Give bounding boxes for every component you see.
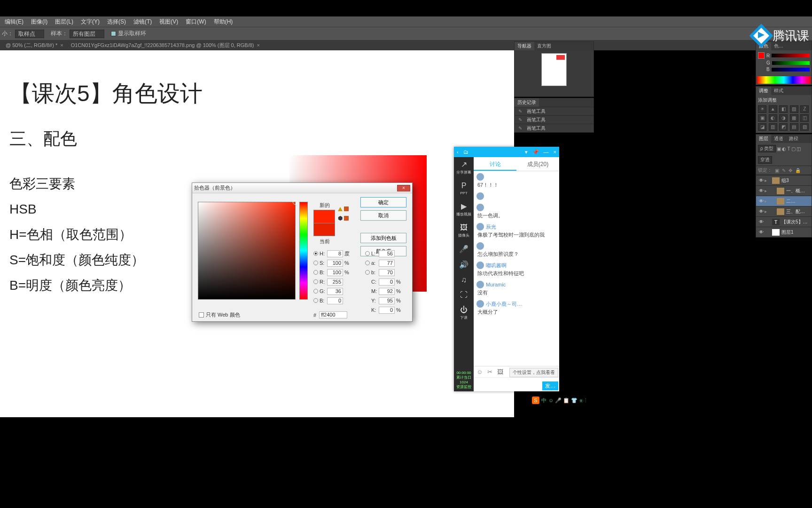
ok-button[interactable]: 确定 xyxy=(360,197,406,207)
layer-row[interactable]: 👁▸组3 xyxy=(756,175,812,185)
pin-icon[interactable]: 📌 xyxy=(532,149,539,155)
ime-lang[interactable]: 中 xyxy=(541,397,547,404)
adjust-icon[interactable]: ▣ xyxy=(758,114,766,122)
lock-trans-icon[interactable]: ▣ xyxy=(775,168,779,173)
menu-type[interactable]: 文字(Y) xyxy=(77,18,103,26)
r-radio[interactable] xyxy=(313,279,318,284)
tab-close-icon[interactable]: × xyxy=(60,42,63,48)
b3-radio[interactable] xyxy=(365,270,370,275)
hex-input[interactable]: ff2400 xyxy=(319,311,347,318)
layer-kind-dropdown[interactable]: ρ 类型 xyxy=(758,145,776,152)
visibility-icon[interactable]: 👁 xyxy=(758,178,765,183)
camera-button[interactable]: 🖼摄像头 xyxy=(458,223,469,238)
hue-slider[interactable] xyxy=(299,202,308,300)
sample-size-dropdown[interactable]: 取样点 xyxy=(15,30,44,38)
app-icon[interactable]: 🗂 xyxy=(463,149,468,155)
adjust-icon[interactable]: ▲ xyxy=(769,105,777,113)
chat-messages[interactable]: 67！！！统一色调。辰光像极了考驾校时一溜到底的我 怎么增加辨识度？嘟叽酱啊除功… xyxy=(474,171,559,366)
dialog-close-button[interactable]: × xyxy=(397,185,410,191)
discuss-tab[interactable]: 讨论 xyxy=(474,157,516,171)
scissors-icon[interactable]: ✂ xyxy=(487,368,492,375)
gamut-warning-icon[interactable] xyxy=(338,207,343,211)
saturation-value-field[interactable] xyxy=(198,202,296,300)
adjust-icon[interactable]: ◑ xyxy=(779,114,788,122)
b-radio[interactable] xyxy=(313,270,318,275)
adjust-icon[interactable]: ◫ xyxy=(800,114,809,122)
layer-row[interactable]: 👁▸一、概… xyxy=(756,185,812,196)
visibility-icon[interactable]: 👁 xyxy=(758,198,765,204)
fold-icon[interactable]: ▸ xyxy=(765,178,770,183)
k-input[interactable]: 0 xyxy=(379,307,395,314)
document-tab[interactable]: @ 50% (二, RGB/8#) *× xyxy=(2,42,67,49)
layer-row[interactable]: 👁T【课次5】… xyxy=(756,216,812,227)
adjust-icon[interactable]: ▤ xyxy=(790,123,798,131)
g-slider[interactable] xyxy=(772,61,810,65)
b2-input[interactable]: 0 xyxy=(327,297,343,304)
history-item[interactable]: 画笔工具 xyxy=(515,107,593,115)
emoji-icon[interactable]: ☺ xyxy=(476,368,483,375)
minimize-icon[interactable]: — xyxy=(544,149,549,155)
h-radio[interactable] xyxy=(313,251,318,256)
show-ring-checkbox[interactable] xyxy=(111,31,116,36)
dropdown-icon[interactable]: ▾ xyxy=(525,149,528,155)
back-icon[interactable]: ‹ xyxy=(457,149,459,155)
filter-text-icon[interactable]: T xyxy=(787,146,790,151)
close-icon[interactable]: × xyxy=(554,149,556,155)
r-input[interactable]: 255 xyxy=(327,278,343,286)
filter-pixel-icon[interactable]: ▣ xyxy=(777,146,781,151)
lock-pixel-icon[interactable]: ✎ xyxy=(782,168,786,173)
layer-row[interactable]: 👁▸二… xyxy=(756,196,812,206)
r-slider[interactable] xyxy=(772,54,810,57)
chat-titlebar[interactable]: ‹ 🗂 ▾ 📌 — × xyxy=(454,147,559,157)
layer-row[interactable]: 👁图层1 xyxy=(756,227,812,237)
send-button[interactable]: 发… xyxy=(542,381,558,390)
adjust-icon[interactable]: Z xyxy=(800,105,809,113)
blend-mode-dropdown[interactable]: 穿透 xyxy=(758,156,772,164)
sogou-ime-icon[interactable]: S xyxy=(532,397,539,404)
dialog-titlebar[interactable]: 拾色器（前景色） × xyxy=(192,183,412,193)
cube-icon[interactable]: ⬢ xyxy=(338,215,343,222)
m-input[interactable]: 92 xyxy=(379,288,395,295)
visibility-icon[interactable]: 👁 xyxy=(758,219,765,224)
members-tab[interactable]: 成员(20) xyxy=(516,157,559,171)
g-radio[interactable] xyxy=(313,289,318,294)
lock-all-icon[interactable]: 🔒 xyxy=(795,168,801,173)
add-swatch-button[interactable]: 添加到色板 xyxy=(360,233,406,243)
adjust-icon[interactable]: ◪ xyxy=(758,123,766,131)
channels-tab[interactable]: 通道 xyxy=(771,135,786,143)
filter-adjust-icon[interactable]: ◐ xyxy=(782,146,786,151)
mic-button[interactable]: 🎤 xyxy=(459,245,468,254)
adjust-icon[interactable]: ◧ xyxy=(779,105,788,113)
adjust-icon[interactable]: ▦ xyxy=(790,114,798,122)
websafe-swatch[interactable] xyxy=(344,216,349,221)
fold-icon[interactable]: ▸ xyxy=(765,198,770,204)
paths-tab[interactable]: 路径 xyxy=(786,135,801,143)
ppt-button[interactable]: PPPT xyxy=(460,182,468,195)
adjust-icon[interactable]: ◐ xyxy=(769,114,777,122)
adjust-icon[interactable]: ▥ xyxy=(769,123,777,131)
a-input[interactable]: 77 xyxy=(379,260,395,267)
sample-dropdown[interactable]: 所有图层 xyxy=(70,30,104,38)
menu-layer[interactable]: 图层(L) xyxy=(51,18,77,26)
l-input[interactable]: 56 xyxy=(379,250,395,257)
menu-select[interactable]: 选择(S) xyxy=(103,18,130,26)
y-input[interactable]: 95 xyxy=(379,297,395,304)
s-radio[interactable] xyxy=(313,261,318,265)
fold-icon[interactable]: ▸ xyxy=(765,188,770,193)
menu-window[interactable]: 窗口(W) xyxy=(182,18,210,26)
play-video-button[interactable]: ▶播放视频 xyxy=(456,202,471,217)
l-radio[interactable] xyxy=(365,251,370,256)
history-item[interactable]: 画笔工具 xyxy=(515,115,593,124)
filter-shape-icon[interactable]: ▢ xyxy=(791,146,796,151)
b2-radio[interactable] xyxy=(313,298,318,303)
b3-input[interactable]: 70 xyxy=(379,269,395,276)
layer-row[interactable]: 👁▸三、配… xyxy=(756,206,812,216)
history-item[interactable]: 画笔工具 xyxy=(515,124,593,132)
adjust-tab[interactable]: 调整 xyxy=(756,87,771,95)
adjust-icon[interactable]: ▧ xyxy=(800,123,809,131)
c-input[interactable]: 0 xyxy=(379,278,395,286)
layers-tab[interactable]: 图层 xyxy=(756,135,771,143)
navigator-thumbnail[interactable] xyxy=(515,50,593,96)
history-tab[interactable]: 历史记录 xyxy=(515,98,539,107)
gamut-swatch[interactable] xyxy=(344,206,349,211)
